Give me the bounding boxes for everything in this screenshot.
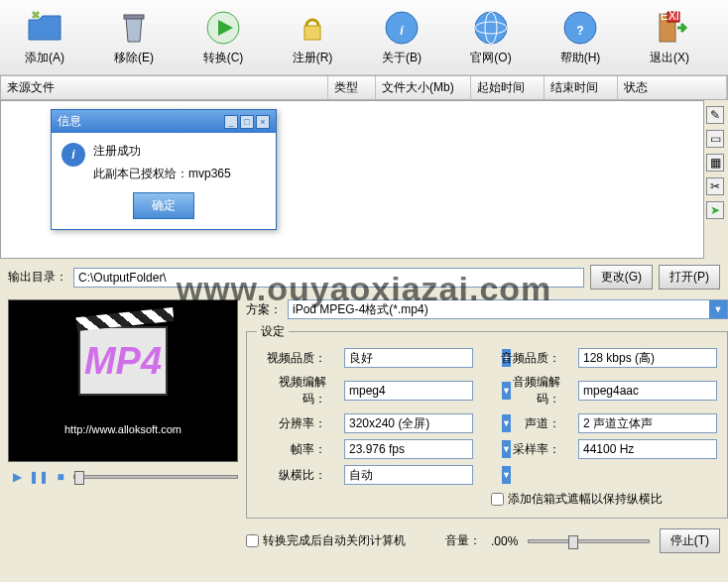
globe-icon [471, 8, 511, 48]
channels-combo[interactable]: ▼ [578, 413, 717, 433]
audio-codec-label: 音频编解码： [491, 374, 560, 407]
letterbox-checkbox[interactable]: 添加信箱式遮幅以保持纵横比 [491, 491, 717, 508]
website-button[interactable]: 官网(O) [446, 4, 536, 70]
dialog-titlebar[interactable]: 信息 _ □ × [52, 110, 276, 133]
lock-icon [293, 8, 332, 48]
output-path-input[interactable] [73, 268, 584, 288]
play-icon [203, 8, 243, 48]
dialog-title-text: 信息 [58, 113, 81, 130]
col-status[interactable]: 状态 [618, 76, 727, 99]
stop-control-icon[interactable]: ■ [52, 468, 69, 486]
about-button[interactable]: i 关于(B) [357, 4, 446, 70]
chevron-down-icon[interactable]: ▼ [502, 466, 511, 484]
dialog-line2: 此副本已授权给：mvp365 [93, 166, 231, 182]
fps-label: 帧率： [257, 441, 326, 458]
audio-codec-combo[interactable]: ▼ [578, 381, 717, 401]
preview-area: MP4 http://www.alloksoft.com [8, 299, 238, 462]
volume-slider[interactable] [528, 539, 649, 543]
sample-rate-label: 采样率： [491, 441, 560, 458]
settings-group: 设定 视频品质： ▼ 音频品质： ▼ 视频编解码： ▼ 音频编解码： ▼ 分辨率… [246, 323, 728, 519]
info-dialog: 信息 _ □ × i 注册成功 此副本已授权给：mvp365 确定 [51, 109, 277, 230]
sample-rate-combo[interactable]: ▼ [578, 439, 717, 459]
video-codec-label: 视频编解码： [257, 374, 326, 407]
chevron-down-icon[interactable]: ▼ [709, 300, 727, 318]
dialog-line1: 注册成功 [93, 143, 231, 160]
pause-control-icon[interactable]: ❚❚ [30, 468, 48, 486]
audio-quality-combo[interactable]: ▼ [578, 348, 717, 368]
side-toolbar: ✎ ▭ ▦ ✂ ➤ [704, 100, 728, 259]
col-source[interactable]: 来源文件 [1, 76, 328, 99]
side-tool-4[interactable]: ✂ [706, 177, 724, 195]
volume-label: 音量： [445, 532, 481, 549]
col-start[interactable]: 起始时间 [471, 76, 545, 99]
resolution-combo[interactable]: ▼ [344, 413, 473, 433]
side-tool-3[interactable]: ▦ [706, 154, 724, 172]
preview-url: http://www.alloksoft.com [64, 423, 182, 435]
scheme-input[interactable] [289, 300, 709, 318]
scheme-label: 方案： [246, 301, 282, 318]
trash-icon [114, 8, 154, 48]
change-button[interactable]: 更改(G) [590, 265, 653, 290]
resolution-label: 分辨率： [257, 415, 326, 432]
stop-button[interactable]: 停止(T) [660, 528, 720, 553]
svg-text:?: ? [576, 24, 583, 38]
svg-rect-2 [304, 26, 320, 40]
col-size[interactable]: 文件大小(Mb) [376, 76, 471, 99]
info-icon: i [382, 8, 422, 48]
side-tool-5[interactable]: ➤ [706, 201, 724, 219]
svg-text:EXIT: EXIT [661, 9, 687, 23]
svg-rect-0 [124, 15, 144, 19]
exit-button[interactable]: EXIT 退出(X) [625, 4, 714, 70]
remove-button[interactable]: 移除(E) [89, 4, 179, 70]
folder-icon [25, 8, 64, 48]
dialog-close-icon[interactable]: × [256, 115, 270, 129]
col-type[interactable]: 类型 [328, 76, 376, 99]
file-list[interactable]: 信息 _ □ × i 注册成功 此副本已授权给：mvp365 确定 [0, 100, 704, 259]
info-circle-icon: i [61, 143, 85, 167]
fps-combo[interactable]: ▼ [344, 439, 473, 459]
side-tool-1[interactable]: ✎ [706, 106, 724, 124]
volume-value: .00% [491, 534, 518, 548]
dialog-minimize-icon[interactable]: _ [224, 115, 238, 129]
exit-icon: EXIT [650, 8, 689, 48]
help-button[interactable]: ? 帮助(H) [536, 4, 625, 70]
play-control-icon[interactable]: ▶ [8, 468, 26, 486]
mp4-logo: MP4 [84, 340, 162, 383]
video-quality-combo[interactable]: ▼ [344, 348, 473, 368]
add-button[interactable]: 添加(A) [0, 4, 89, 70]
open-button[interactable]: 打开(P) [659, 265, 720, 290]
file-list-header: 来源文件 类型 文件大小(Mb) 起始时间 结束时间 状态 [0, 75, 728, 100]
main-toolbar: 添加(A) 移除(E) 转换(C) 注册(R) i 关于(B) 官网(O) ? … [0, 0, 728, 75]
seek-slider[interactable] [73, 475, 238, 479]
output-label: 输出目录： [8, 269, 67, 286]
settings-legend: 设定 [257, 323, 289, 340]
output-row: 输出目录： 更改(G) 打开(P) [0, 259, 728, 295]
video-quality-label: 视频品质： [257, 350, 326, 367]
register-button[interactable]: 注册(R) [268, 4, 357, 70]
playback-controls: ▶ ❚❚ ■ [8, 468, 238, 486]
video-codec-combo[interactable]: ▼ [344, 381, 473, 401]
channels-label: 声道： [491, 415, 560, 432]
convert-button[interactable]: 转换(C) [179, 4, 268, 70]
scheme-combo[interactable]: ▼ [288, 299, 728, 319]
dialog-ok-button[interactable]: 确定 [133, 192, 194, 219]
side-tool-2[interactable]: ▭ [706, 130, 724, 148]
shutdown-checkbox[interactable]: 转换完成后自动关闭计算机 [246, 532, 406, 549]
clapper-icon: MP4 [78, 326, 168, 396]
aspect-combo[interactable]: ▼ [344, 465, 473, 485]
help-icon: ? [560, 8, 600, 48]
col-end[interactable]: 结束时间 [545, 76, 618, 99]
bottom-bar: 转换完成后自动关闭计算机 音量： .00% 停止(T) [0, 523, 728, 559]
dialog-maximize-icon[interactable]: □ [240, 115, 254, 129]
audio-quality-label: 音频品质： [491, 350, 560, 367]
aspect-label: 纵横比： [257, 467, 326, 484]
svg-point-5 [475, 12, 507, 44]
